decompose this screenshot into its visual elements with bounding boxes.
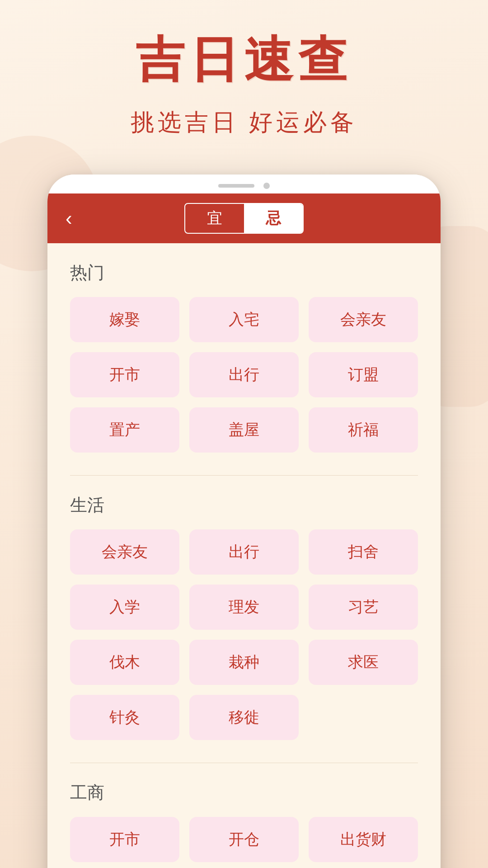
tab-yi[interactable]: 宜 — [185, 204, 244, 233]
business-grid: 开市 开仓 出货财 赴任 订盟 纳财 — [70, 817, 418, 868]
hot-item-8[interactable]: 盖屋 — [189, 407, 299, 453]
biz-item-2[interactable]: 开仓 — [189, 817, 299, 862]
phone-mockup: ‹ 宜 忌 热门 嫁娶 入宅 会亲友 开市 出行 订盟 置产 盖屋 — [47, 175, 441, 868]
hot-item-1[interactable]: 嫁娶 — [70, 297, 179, 342]
hot-item-2[interactable]: 入宅 — [189, 297, 299, 342]
divider-1 — [70, 475, 418, 476]
life-item-7[interactable]: 伐木 — [70, 640, 179, 685]
section-business: 工商 开市 开仓 出货财 赴任 订盟 纳财 — [70, 781, 418, 868]
biz-item-1[interactable]: 开市 — [70, 817, 179, 862]
section-business-title: 工商 — [70, 781, 418, 804]
hot-item-9[interactable]: 祈福 — [309, 407, 418, 453]
life-item-3[interactable]: 扫舍 — [309, 529, 418, 575]
section-hot-title: 热门 — [70, 261, 418, 284]
section-hot: 热门 嫁娶 入宅 会亲友 开市 出行 订盟 置产 盖屋 祈福 — [70, 261, 418, 453]
phone-bar — [218, 184, 254, 188]
hot-grid: 嫁娶 入宅 会亲友 开市 出行 订盟 置产 盖屋 祈福 — [70, 297, 418, 453]
app-title: 吉日速查 — [136, 27, 352, 93]
section-life: 生活 会亲友 出行 扫舍 入学 理发 习艺 伐木 栽种 求医 针灸 移徙 — [70, 494, 418, 740]
divider-2 — [70, 763, 418, 763]
life-item-6[interactable]: 习艺 — [309, 585, 418, 630]
section-life-title: 生活 — [70, 494, 418, 517]
hot-item-4[interactable]: 开市 — [70, 352, 179, 397]
life-item-11[interactable]: 移徙 — [189, 695, 299, 740]
hot-item-6[interactable]: 订盟 — [309, 352, 418, 397]
life-item-5[interactable]: 理发 — [189, 585, 299, 630]
life-item-10[interactable]: 针灸 — [70, 695, 179, 740]
main-wrapper: 吉日速查 挑选吉日 好运必备 ‹ 宜 忌 热门 嫁娶 入宅 会亲友 — [0, 0, 488, 868]
hot-item-3[interactable]: 会亲友 — [309, 297, 418, 342]
life-item-9[interactable]: 求医 — [309, 640, 418, 685]
app-content: 热门 嫁娶 入宅 会亲友 开市 出行 订盟 置产 盖屋 祈福 生活 会 — [47, 243, 441, 868]
tab-ji[interactable]: 忌 — [244, 204, 303, 233]
hot-item-7[interactable]: 置产 — [70, 407, 179, 453]
life-grid: 会亲友 出行 扫舍 入学 理发 习艺 伐木 栽种 求医 针灸 移徙 — [70, 529, 418, 740]
app-header: ‹ 宜 忌 — [47, 193, 441, 243]
back-button[interactable]: ‹ — [66, 207, 72, 230]
phone-topbar — [47, 175, 441, 193]
app-subtitle: 挑选吉日 好运必备 — [131, 107, 357, 138]
hot-item-5[interactable]: 出行 — [189, 352, 299, 397]
phone-dot — [263, 183, 270, 189]
life-item-2[interactable]: 出行 — [189, 529, 299, 575]
life-item-12 — [309, 695, 418, 740]
life-item-4[interactable]: 入学 — [70, 585, 179, 630]
biz-item-3[interactable]: 出货财 — [309, 817, 418, 862]
life-item-8[interactable]: 栽种 — [189, 640, 299, 685]
life-item-1[interactable]: 会亲友 — [70, 529, 179, 575]
tab-group: 宜 忌 — [184, 203, 304, 234]
